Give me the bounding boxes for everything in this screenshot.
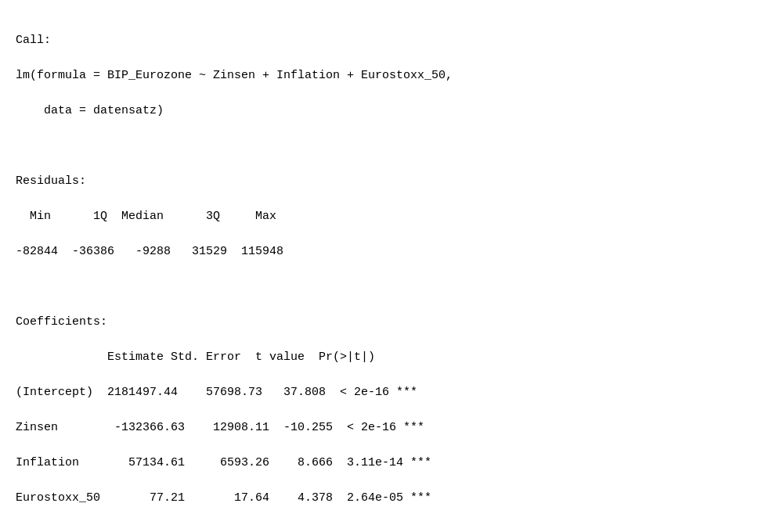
call-header: Call: <box>16 32 767 50</box>
coeff-col-header: Estimate Std. Error t value Pr(>|t|) <box>16 349 767 367</box>
call-line1: lm(formula = BIP_Eurozone ~ Zinsen + Inf… <box>16 67 767 85</box>
coeff-zinsen: Zinsen -132366.63 12908.11 -10.255 < 2e-… <box>16 419 767 437</box>
coeff-dashes: --- <box>16 525 767 533</box>
blank1 <box>16 138 767 156</box>
coeff-inflation: Inflation 57134.61 6593.26 8.666 3.11e-1… <box>16 455 767 473</box>
coefficients-header: Coefficients: <box>16 314 767 332</box>
coeff-eurostoxx: Eurostoxx_50 77.21 17.64 4.378 2.64e-05 … <box>16 490 767 508</box>
residuals-header: Residuals: <box>16 173 767 191</box>
residuals-values: -82844 -36386 -9288 31529 115948 <box>16 243 767 261</box>
call-line2: data = datensatz) <box>16 102 767 120</box>
coeff-intercept: (Intercept) 2181497.44 57698.73 37.808 <… <box>16 384 767 402</box>
blank2 <box>16 279 767 297</box>
output-block: Call: lm(formula = BIP_Eurozone ~ Zinsen… <box>16 14 767 532</box>
residuals-labels: Min 1Q Median 3Q Max <box>16 208 767 226</box>
